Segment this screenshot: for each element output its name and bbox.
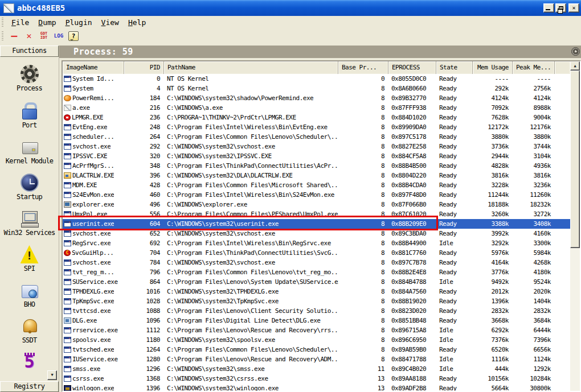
sidebar-item-message-hook[interactable]: Message Hook: [0, 353, 59, 368]
cell-state: Ready: [436, 296, 473, 306]
cell-eprocess: 0x881C7760: [388, 248, 436, 258]
table-row[interactable]: a.exe216C:\WINDOWS\a.exe80x87FFF938Ready…: [63, 103, 570, 113]
table-row[interactable]: RegSrvc.exe692C:\Program Files\Intel\Wir…: [63, 238, 570, 248]
table-row[interactable]: tvtsched.exe1264C:\Program Files\Common …: [63, 345, 570, 354]
table-row[interactable]: S24EvMon.exe460C:\Program Files\Intel\Wi…: [63, 190, 570, 200]
column-header-filler[interactable]: [555, 61, 570, 74]
menu-dump[interactable]: Dump: [34, 17, 60, 28]
table-row[interactable]: winlogon.exe1396C:\WINDOWS\system32\winl…: [63, 383, 570, 391]
menu-view[interactable]: View: [97, 17, 124, 28]
sidebar-scroll-down-button[interactable]: ▼: [47, 370, 57, 380]
table-row[interactable]: TPHDEXLG.exe1016C:\WINDOWS\system32\TPHD…: [63, 287, 570, 296]
cell-filler: [555, 248, 570, 258]
cell-imagename: SvcGuiHlp...: [63, 248, 124, 258]
table-row[interactable]: SvcGuiHlp...704C:\Program Files\ThinkPad…: [63, 248, 570, 258]
sidebar-header-functions[interactable]: Functions: [0, 46, 59, 57]
menu-help[interactable]: Help: [124, 17, 150, 28]
process-count-title: Process: 59: [73, 47, 133, 57]
cell-filler: [555, 383, 570, 391]
sidebar-item-kernel-module[interactable]: Kernel Module: [0, 138, 59, 165]
minus-button[interactable]: —: [9, 30, 19, 42]
column-header-mem-usage[interactable]: Mem Usage: [473, 61, 513, 74]
table-row[interactable]: tvttcsd.exe1088C:\Program Files\Lenovo\C…: [63, 306, 570, 316]
gdt-idt-button[interactable]: GDTIDT: [39, 30, 49, 42]
menu-plugin[interactable]: Plugin: [61, 17, 97, 28]
column-header-base-pr[interactable]: Base Pr...: [338, 61, 388, 74]
window-icon: [64, 298, 71, 304]
column-header-eprocess[interactable]: EPROCESS: [388, 61, 436, 74]
sidebar-item-startup[interactable]: Startup: [0, 174, 59, 201]
table-row[interactable]: MDM.EXE428C:\Program Files\Common Files\…: [63, 180, 570, 190]
cell-pathname: C:\Program Files\Common Files\Microsoft …: [164, 180, 338, 190]
table-row[interactable]: scheduler...264C:\Program Files\Common F…: [63, 132, 570, 142]
cell-imagename: userinit.exe: [63, 219, 124, 229]
table-row[interactable]: System Id...0NT OS Kernel00x8055D0C0Read…: [63, 74, 570, 84]
logon-icon: [64, 385, 71, 391]
table-row[interactable]: svchost.exe784C:\WINDOWS\system32\svchos…: [63, 258, 570, 267]
sidebar-header-registry[interactable]: Registry: [0, 381, 59, 392]
restore-button[interactable]: [555, 3, 566, 13]
column-header-pathname[interactable]: PathName: [164, 61, 338, 74]
sidebar-item-bho[interactable]: BHO: [0, 281, 59, 308]
help-button[interactable]: ?: [68, 31, 79, 41]
log-button[interactable]: LOG: [54, 30, 64, 42]
kill-button[interactable]: ✕: [24, 30, 34, 42]
cell-peak-mem: 3272k: [513, 209, 555, 219]
close-button[interactable]: ✕: [568, 3, 579, 13]
table-row[interactable]: EvtEng.exe248C:\Program Files\Intel\Wire…: [63, 122, 570, 132]
table-row[interactable]: DLACTRLW.EXE396C:\WINDOWS\system32\DLA\D…: [63, 171, 570, 180]
column-header-peak-me[interactable]: Peak Me...: [513, 61, 555, 74]
table-row[interactable]: explorer.exe496C:\WINDOWS\explorer.exe80…: [63, 200, 570, 209]
cell-mem-usage: 6520k: [473, 345, 513, 354]
sidebar-items: ProcessPortKernel ModuleStartupWin32 Ser…: [0, 59, 59, 368]
scrollbar-thumb[interactable]: [570, 71, 580, 248]
table-row[interactable]: spoolsv.exe1180C:\WINDOWS\system32\spool…: [63, 335, 570, 345]
scrollbar-up-icon[interactable]: ▲: [570, 61, 580, 71]
table-row[interactable]: tvt_reg_m...796C:\Program Files\Common F…: [63, 267, 570, 277]
cell-state: Ready: [436, 84, 473, 93]
cell-peak-mem: 7396k: [513, 335, 555, 345]
sidebar-item-spi[interactable]: SPI: [0, 245, 59, 273]
table-row[interactable]: csrss.exe1368C:\WINDOWS\system32\csrss.e…: [63, 374, 570, 383]
cell-pid: 556: [124, 209, 164, 219]
column-header-state[interactable]: State: [436, 61, 473, 74]
cell-mem-usage: 3880k: [473, 132, 513, 142]
cell-filler: [555, 209, 570, 219]
sidebar-item-process[interactable]: Process: [0, 65, 59, 92]
sidebar-item-win32-services[interactable]: Win32 Services: [0, 209, 59, 237]
table-row[interactable]: userinit.exe604C:\WINDOWS\system32\useri…: [63, 219, 570, 229]
table-row[interactable]: System4NT OS Kernel80x8A6B0660Ready292k2…: [63, 84, 570, 93]
table-row[interactable]: rrservice.exe1112C:\Program Files\Lenovo…: [63, 325, 570, 335]
sidebar-item-port[interactable]: Port: [0, 101, 59, 129]
table-row[interactable]: SUService.exe864C:\Program Files\Lenovo\…: [63, 277, 570, 287]
table-row[interactable]: svchost.exe652C:\WINDOWS\system32\svchos…: [63, 229, 570, 238]
cell-imagename: tvt_reg_m...: [63, 267, 124, 277]
cell-peak-mem: 4124k: [513, 93, 555, 103]
table-row[interactable]: PowerRemi...184C:\WINDOWS\system32\shado…: [63, 93, 570, 103]
cell-peak-mem: 2756k: [513, 84, 555, 93]
menubar-gripper[interactable]: [2, 18, 3, 27]
table-row[interactable]: IPSSVC.EXE320C:\WINDOWS\system32\IPSSVC.…: [63, 151, 570, 161]
table-row[interactable]: IUService.exe1280C:\Program Files\Lenovo…: [63, 354, 570, 364]
cell-base-priority: 8: [338, 93, 388, 103]
table-row[interactable]: TpKmpSvc.exe1028C:\WINDOWS\system32\TpKm…: [63, 296, 570, 306]
menu-file[interactable]: File: [7, 17, 34, 28]
cell-pid: 1264: [124, 345, 164, 354]
toolbar-gripper[interactable]: [2, 31, 3, 40]
table-row[interactable]: LPMGR.EXE236C:\PROGRA~1\THINKV~2\PrdCtr\…: [63, 113, 570, 122]
table-scrollbar[interactable]: ▲: [570, 61, 580, 391]
table-row[interactable]: UmxPol.exe556C:\Program Files\Common Fil…: [63, 209, 570, 219]
cell-imagename: svchost.exe: [63, 258, 124, 267]
table-row[interactable]: DLG.exe1096C:\Program Files\Digital Line…: [63, 316, 570, 325]
table-row[interactable]: svchost.exe292C:\WINDOWS\system32\svchos…: [63, 142, 570, 151]
cell-pathname: C:\Program Files\Lenovo\Rescue and Recov…: [164, 325, 338, 335]
column-header-imagename[interactable]: ImageName: [63, 61, 124, 74]
cell-base-priority: 0: [338, 74, 388, 84]
cell-base-priority: 8: [338, 84, 388, 93]
sidebar-item-ssdt[interactable]: SSDT: [0, 317, 59, 344]
minimize-button[interactable]: [543, 3, 554, 13]
cell-filler: [555, 306, 570, 316]
column-header-pid[interactable]: PID: [124, 61, 164, 74]
table-row[interactable]: AcPrfMgrS...348C:\Program Files\ThinkPad…: [63, 161, 570, 171]
table-row[interactable]: smss.exe1296C:\WINDOWS\system32\smss.exe…: [63, 364, 570, 374]
